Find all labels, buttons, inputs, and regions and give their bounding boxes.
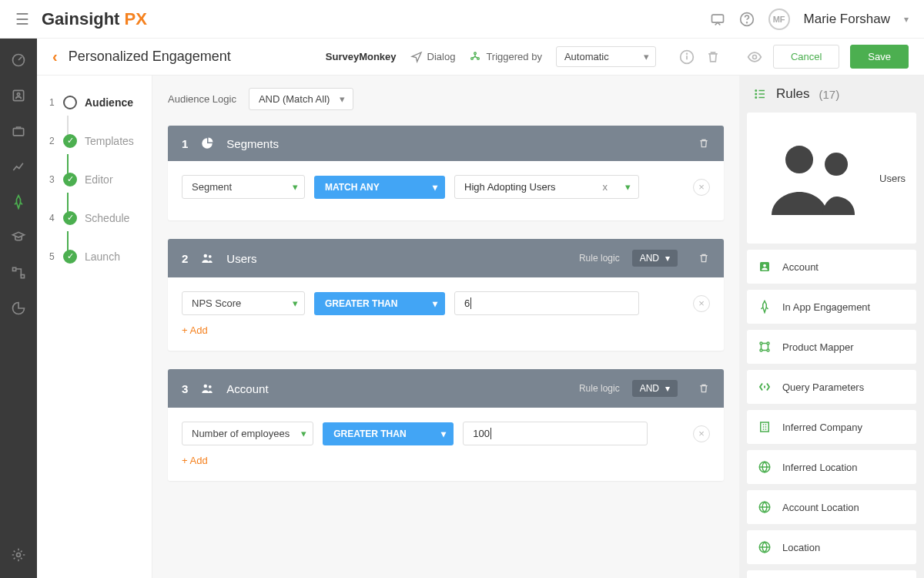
audience-logic-select[interactable]: AND (Match All) [249,88,353,110]
wizard-step-editor[interactable]: 3Editor [49,173,139,187]
svg-rect-35 [761,422,769,432]
rules-title: Rules [776,86,809,102]
rules-count: (17) [819,88,839,101]
value-select[interactable]: High Adopting Usersx [454,175,639,199]
rule-item-inferred-location[interactable]: Inferred Location [747,450,916,484]
svg-point-28 [825,153,848,176]
audience-logic-label: Audience Logic [168,93,236,105]
svg-point-22 [755,93,757,95]
rule-card-segments: 1SegmentsSegmentMATCH ANYHigh Adopting U… [168,126,724,220]
sub-header: ‹ Personalized Engagement SurveyMonkey D… [37,39,924,76]
logo: GainsightPX [42,9,147,29]
add-rule-button[interactable]: + Add [182,455,208,466]
avatar[interactable]: MF [768,8,790,30]
page-title: Personalized Engagement [69,49,231,65]
wizard-step-schedule[interactable]: 4Schedule [49,211,139,225]
svg-rect-13 [13,129,23,136]
help-icon[interactable] [739,12,755,27]
field-select[interactable]: Segment [182,175,305,199]
svg-point-9 [752,55,756,59]
rule-item-users[interactable]: Users [747,113,916,244]
svg-point-12 [17,93,19,96]
trigger-label: Triggered by [469,51,542,63]
rule-item-account[interactable]: Account [747,250,916,284]
nav-analytics-icon[interactable] [11,159,26,174]
nav-education-icon[interactable] [11,230,26,245]
remove-row-icon[interactable]: × [693,179,710,196]
rule-logic-select[interactable]: AND ▾ [632,250,678,267]
wizard-steps: 1Audience2Templates3Editor4Schedule5Laun… [37,76,152,578]
integration-name: SurveyMonkey [326,51,397,62]
rule-item-location[interactable]: Location [747,530,916,564]
wizard-step-templates[interactable]: 2Templates [49,134,139,148]
svg-point-23 [755,97,757,99]
nav-engagement-icon[interactable] [11,194,26,210]
operator-select[interactable]: GREATER THAN [323,422,454,445]
remove-row-icon[interactable]: × [693,425,710,442]
back-button[interactable]: ‹ [52,48,58,66]
svg-rect-14 [13,267,16,271]
svg-point-19 [204,385,208,388]
chevron-down-icon[interactable]: ▾ [904,14,909,25]
delete-card-icon[interactable] [698,252,710,264]
username: Marie Forshaw [804,12,890,27]
svg-point-34 [767,349,769,351]
nav-briefcase-icon[interactable] [11,123,26,139]
nav-rail [0,39,37,578]
chat-icon[interactable] [710,12,725,27]
remove-chip-icon[interactable]: x [603,181,608,193]
cancel-button[interactable]: Cancel [773,45,839,69]
rule-item-query-parameters[interactable]: Query Parameters [747,370,916,404]
nav-flow-icon[interactable] [11,265,26,281]
svg-point-8 [686,53,687,54]
svg-point-20 [209,385,212,388]
svg-rect-0 [711,15,723,22]
wizard-step-audience[interactable]: 1Audience [49,96,139,109]
svg-point-17 [204,254,208,258]
rule-item-url[interactable]: URL [747,570,916,578]
info-icon[interactable] [679,49,695,65]
svg-point-27 [785,146,813,173]
svg-point-30 [763,264,766,267]
nav-users-icon[interactable] [11,88,26,103]
svg-point-21 [755,90,757,92]
field-select[interactable]: NPS Score [182,291,305,315]
svg-point-16 [17,553,21,557]
svg-point-32 [767,342,769,344]
delete-icon[interactable] [705,49,721,65]
main-content: Audience Logic AND (Match All) 1Segments… [152,76,739,578]
field-select[interactable]: Number of employees [182,422,313,445]
wizard-step-launch[interactable]: 5Launch [49,250,139,264]
value-input[interactable]: 100 [463,422,648,445]
settings-icon[interactable] [11,547,26,563]
operator-select[interactable]: MATCH ANY [314,176,445,199]
rule-card-account: 3AccountRule logicAND ▾Number of employe… [168,369,724,481]
rule-item-product-mapper[interactable]: Product Mapper [747,330,916,364]
dialog-type[interactable]: Dialog [410,51,456,63]
rules-icon [753,87,767,101]
delete-card-icon[interactable] [698,137,710,150]
svg-point-3 [474,52,477,55]
svg-point-2 [746,22,747,22]
add-rule-button[interactable]: + Add [182,324,208,336]
value-input[interactable]: 6 [454,291,639,315]
nav-dashboard-icon[interactable] [11,52,26,68]
save-button[interactable]: Save [850,45,909,69]
operator-select[interactable]: GREATER THAN [314,292,445,315]
svg-point-33 [760,349,762,351]
nav-reports-icon[interactable] [11,301,26,316]
rules-panel: Rules (17) UsersAccountIn App Engagement… [739,76,924,578]
delete-card-icon[interactable] [698,382,710,395]
menu-icon[interactable]: ☰ [15,10,29,29]
rule-item-inferred-company[interactable]: Inferred Company [747,410,916,444]
topbar: ☰ GainsightPX MF Marie Forshaw ▾ [0,0,924,39]
rule-card-users: 2UsersRule logicAND ▾NPS ScoreGREATER TH… [168,239,724,351]
remove-row-icon[interactable]: × [693,295,710,312]
rule-item-in-app-engagement[interactable]: In App Engagement [747,290,916,324]
svg-point-31 [760,342,762,344]
preview-icon[interactable] [747,49,762,65]
trigger-select[interactable]: Automatic [556,46,656,67]
svg-point-18 [209,255,212,258]
rule-logic-select[interactable]: AND ▾ [632,380,678,397]
rule-item-account-location[interactable]: Account Location [747,490,916,524]
